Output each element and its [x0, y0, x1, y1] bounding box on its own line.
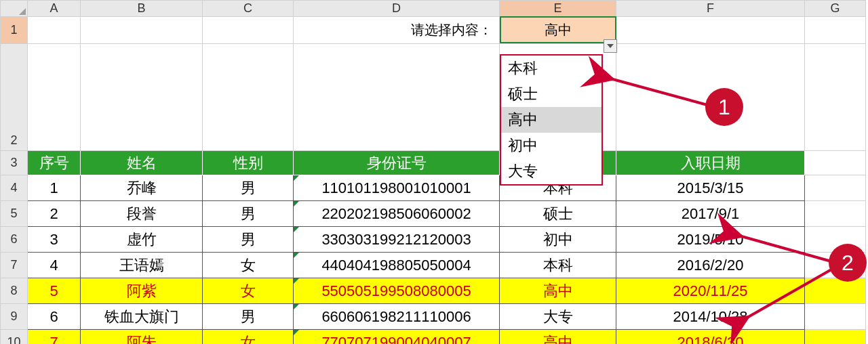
cell-name[interactable]: 王语嫣 — [81, 253, 203, 278]
cell-g2[interactable] — [805, 44, 866, 151]
cell-no[interactable]: 3 — [28, 227, 81, 253]
cell-no[interactable]: 4 — [28, 253, 81, 278]
chevron-down-icon — [607, 44, 614, 48]
dropdown-option[interactable]: 大专 — [501, 158, 601, 184]
cell-no[interactable]: 7 — [28, 330, 81, 345]
cell-sex[interactable]: 男 — [203, 175, 294, 201]
cell-name[interactable]: 段誉 — [81, 201, 203, 227]
cell-name[interactable]: 阿紫 — [81, 278, 203, 304]
cell-id[interactable]: 440404198805050004 — [294, 253, 500, 278]
col-header-c[interactable]: C — [203, 1, 294, 17]
cell-name[interactable]: 虚竹 — [81, 227, 203, 253]
th-no[interactable]: 序号 — [28, 151, 81, 175]
row-header-3[interactable]: 3 — [1, 151, 28, 175]
col-header-d[interactable]: D — [294, 1, 500, 17]
cell-g[interactable] — [805, 201, 866, 227]
cell-d2[interactable] — [294, 44, 500, 151]
dropdown-list[interactable]: 本科硕士高中初中大专 — [500, 54, 603, 186]
cell-b1[interactable] — [81, 17, 203, 44]
annotation-badge-1: 1 — [705, 88, 743, 126]
col-header-g[interactable]: G — [805, 1, 866, 17]
cell-name[interactable]: 乔峰 — [81, 175, 203, 201]
table-row[interactable]: 41乔峰男110101198001010001本科2015/3/15 — [1, 175, 866, 201]
cell-id[interactable]: 550505199508080005 — [294, 278, 500, 304]
cell-f1[interactable] — [616, 17, 805, 44]
dropdown-option[interactable]: 硕士 — [501, 81, 601, 107]
th-name[interactable]: 姓名 — [81, 151, 203, 175]
cell-d1-label[interactable]: 请选择内容： — [294, 17, 500, 44]
cell-id[interactable]: 770707199004040007 — [294, 330, 500, 345]
cell-id[interactable]: 660606198211110006 — [294, 304, 500, 330]
row-header-10[interactable]: 10 — [1, 330, 28, 345]
cell-a2[interactable] — [28, 44, 81, 151]
row-header-9[interactable]: 9 — [1, 304, 28, 330]
cell-g3[interactable] — [805, 151, 866, 175]
svg-line-2 — [746, 264, 841, 318]
cell-no[interactable]: 2 — [28, 201, 81, 227]
cell-name[interactable]: 铁血大旗门 — [81, 304, 203, 330]
annotation-badge-2: 2 — [829, 244, 867, 282]
cell-sex[interactable]: 男 — [203, 201, 294, 227]
dropdown-option[interactable]: 本科 — [501, 56, 601, 81]
cell-sex[interactable]: 男 — [203, 304, 294, 330]
svg-line-1 — [739, 236, 841, 264]
cell-e1-dropdown[interactable]: 高中 — [500, 17, 616, 44]
row-header-2[interactable]: 2 — [1, 44, 28, 151]
row-header-1[interactable]: 1 — [1, 17, 28, 44]
cell-e1-value: 高中 — [545, 22, 572, 37]
cell-edu[interactable]: 大专 — [500, 304, 616, 330]
cell-b2[interactable] — [81, 44, 203, 151]
th-sex[interactable]: 性别 — [203, 151, 294, 175]
cell-c1[interactable] — [203, 17, 294, 44]
cell-sex[interactable]: 女 — [203, 278, 294, 304]
select-all-corner[interactable] — [1, 1, 28, 17]
cell-id[interactable]: 220202198506060002 — [294, 201, 500, 227]
dropdown-toggle[interactable] — [604, 39, 617, 53]
table-row[interactable]: 52段誉男220202198506060002硕士2017/9/1 — [1, 201, 866, 227]
cell-edu[interactable]: 本科 — [500, 253, 616, 278]
cell-sex[interactable]: 女 — [203, 330, 294, 345]
cell-sex[interactable]: 女 — [203, 253, 294, 278]
cell-edu[interactable]: 高中 — [500, 278, 616, 304]
cell-g[interactable] — [805, 175, 866, 201]
cell-sex[interactable]: 男 — [203, 227, 294, 253]
row-header-8[interactable]: 8 — [1, 278, 28, 304]
cell-edu[interactable]: 初中 — [500, 227, 616, 253]
cell-no[interactable]: 1 — [28, 175, 81, 201]
row-header-6[interactable]: 6 — [1, 227, 28, 253]
svg-line-0 — [610, 79, 715, 107]
row-header-7[interactable]: 7 — [1, 253, 28, 278]
cell-g1[interactable] — [805, 17, 866, 44]
cell-date[interactable]: 2017/9/1 — [616, 201, 805, 227]
cell-a1[interactable] — [28, 17, 81, 44]
col-header-a[interactable]: A — [28, 1, 81, 17]
th-id[interactable]: 身份证号 — [294, 151, 500, 175]
row-header-4[interactable]: 4 — [1, 175, 28, 201]
col-header-f[interactable]: F — [616, 1, 805, 17]
col-header-b[interactable]: B — [81, 1, 203, 17]
cell-edu[interactable]: 硕士 — [500, 201, 616, 227]
cell-date[interactable]: 2015/3/15 — [616, 175, 805, 201]
cell-id[interactable]: 110101198001010001 — [294, 175, 500, 201]
dropdown-option[interactable]: 高中 — [501, 107, 601, 133]
cell-id[interactable]: 330303199212120003 — [294, 227, 500, 253]
row-header-5[interactable]: 5 — [1, 201, 28, 227]
col-header-e[interactable]: E — [500, 1, 616, 17]
cell-no[interactable]: 5 — [28, 278, 81, 304]
cell-no[interactable]: 6 — [28, 304, 81, 330]
cell-c2[interactable] — [203, 44, 294, 151]
dropdown-option[interactable]: 初中 — [501, 133, 601, 158]
cell-edu[interactable]: 高中 — [500, 330, 616, 345]
annotation-arrow-1 — [601, 68, 723, 115]
th-date[interactable]: 入职日期 — [616, 151, 805, 175]
cell-name[interactable]: 阿朱 — [81, 330, 203, 345]
